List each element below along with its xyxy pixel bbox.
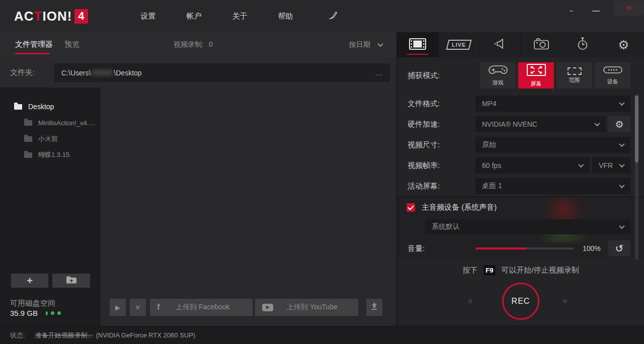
live-icon: LIVE [446,40,472,50]
region-icon [568,67,582,75]
file-format-label: 文件格式: [408,99,475,109]
close-icon: ✕ [626,4,632,13]
chevron-down-icon [619,162,624,167]
logo-version-badge: 4 [74,9,88,24]
menu-about[interactable]: 关于 [232,12,248,21]
framerate-mode-dropdown[interactable]: VFR [592,157,630,174]
disk-space-gauge-icon [46,311,61,315]
capture-mode-region[interactable]: 范围 [556,62,592,89]
tab-video-recording[interactable] [397,32,439,57]
close-x-icon: ✕ [135,304,141,311]
settings-scrollbar[interactable] [635,95,638,260]
volume-reset-button[interactable]: ↺ [608,240,630,256]
disk-space-value: 35.9 GB [10,309,38,317]
chevron-down-icon [619,183,624,188]
upload-youtube-button[interactable]: 上传到 YouTube [255,299,358,316]
window-controls: ✕ [570,0,644,16]
hw-accel-row: 硬件加速: NVIDIA® NVENC ⚙ [408,116,630,132]
action-app-window: ACTION! 4 设置 帐户 关于 帮助 ✕ 文件管理器 预览 视频录制: [0,0,644,344]
logo-t: T [34,9,43,24]
audio-device-dropdown[interactable]: 系统默认 [425,219,630,234]
video-size-dropdown[interactable]: 原始 [475,137,630,153]
tab-audio-recording[interactable] [480,32,521,57]
pen-tool-button[interactable] [328,10,339,23]
capture-mode-game[interactable]: 游戏 [480,62,516,89]
upload-file-button[interactable] [366,299,382,316]
folder-label: 文件夹: [10,68,35,77]
hint-post: 可以开始/停止视频录制 [502,266,579,275]
active-screen-label: 活动屏幕: [408,182,475,191]
tab-preview[interactable]: 预览 [64,40,79,49]
delete-button[interactable]: ✕ [130,299,146,316]
folder-path-input[interactable]: C:\Users\\Desktop ... [54,63,390,82]
tree-item-rocket[interactable]: 小火箭 [0,131,101,147]
chevron-down-icon [594,121,600,126]
scrollbar-thumb[interactable] [635,96,638,162]
mode-tab-bar: LIVE ⚙ [397,32,644,57]
capture-device-icon [603,65,623,76]
capture-mode-row: 捕获模式: 游戏 屏幕 范围 [397,59,644,92]
minimize-icon[interactable] [592,11,600,12]
chevron-down-icon [578,162,584,167]
close-button[interactable]: ✕ [614,1,644,16]
reset-icon: ↺ [615,243,624,253]
play-button[interactable]: ▶ [110,299,126,316]
import-folder-button[interactable] [52,274,90,288]
volume-slider[interactable] [475,247,574,249]
decor-dot [563,299,567,303]
tab-live-streaming[interactable]: LIVE [439,32,480,57]
rec-label: REC [512,297,530,306]
tree-item-label: Desktop [28,103,54,111]
f9-key-badge: F9 [483,265,496,276]
tab-screenshots[interactable] [521,32,562,57]
menu-help[interactable]: 帮助 [278,12,294,21]
speaker-icon [494,38,506,52]
folder-icon [14,104,22,110]
status-bar: 状态: 准备开始视频录制... (NVIDIA GeForce RTX 2060… [0,326,644,344]
minimize-to-tray-icon[interactable] [570,11,573,12]
capture-mode-screen-label: 屏幕 [531,80,542,88]
logo-ac: AC [14,9,34,24]
primary-audio-label: 主音频设备 (系统声音) [422,203,497,212]
add-folder-button[interactable]: + [11,274,48,288]
tree-item-label: 蝴蝶1.3.15 [38,150,69,159]
hotkey-hint: 按下 F9 可以开始/停止视频录制 [397,265,644,276]
youtube-icon [262,304,273,311]
disk-space-label: 可用磁盘空间 [10,299,55,308]
video-size-label: 视频尺寸: [408,140,475,150]
hw-accel-dropdown[interactable]: NVIDIA® NVENC [475,116,606,132]
sort-by-dropdown[interactable]: 按日期 [349,40,382,49]
active-screen-dropdown[interactable]: 桌面 1 [475,178,630,194]
screen-arrows-icon [526,63,546,78]
tab-settings[interactable]: ⚙ [603,32,644,57]
upload-facebook-button[interactable]: f 上传到 Facebook [150,299,253,316]
upload-arrow-icon [371,302,378,312]
tree-item-mirillis[interactable]: MirillisAction!_v4.3.1... [0,115,101,131]
capture-mode-game-label: 游戏 [493,79,504,87]
primary-audio-checkbox[interactable] [407,203,415,212]
active-tab-underline [15,53,49,54]
tree-item-butterfly[interactable]: 蝴蝶1.3.15 [0,147,101,163]
audio-section: 主音频设备 (系统声音) 系统默认 音量: 100% ↺ [397,197,644,257]
hw-accel-settings-button[interactable]: ⚙ [608,116,630,132]
volume-value: 100% [583,244,601,252]
tab-benchmark[interactable] [562,32,603,57]
rec-button[interactable]: REC [502,283,539,320]
tab-file-manager[interactable]: 文件管理器 [15,40,53,49]
file-toolbar: ▶ ✕ f 上传到 Facebook 上传到 YouTube [110,299,382,316]
framerate-dropdown[interactable]: 60 fps [475,157,590,174]
file-format-dropdown[interactable]: MP4 [475,96,630,112]
browse-folder-button[interactable]: ... [375,69,383,77]
logo-ion: ION! [42,9,72,24]
tree-item-desktop[interactable]: Desktop [0,99,101,115]
folder-icon [24,152,32,158]
capture-mode-screen[interactable]: 屏幕 [518,62,554,89]
menu-account[interactable]: 帐户 [186,12,202,21]
menu-settings[interactable]: 设置 [140,12,156,21]
capture-mode-device[interactable]: 设备 [595,62,630,89]
logo-text: ACTION! [14,9,72,24]
left-panel-header: 文件管理器 预览 视频录制: 0 按日期 [0,32,396,57]
recordings-counter: 视频录制: 0 [174,40,213,49]
hw-accel-label: 硬件加速: [408,120,475,129]
stopwatch-icon [577,37,589,52]
